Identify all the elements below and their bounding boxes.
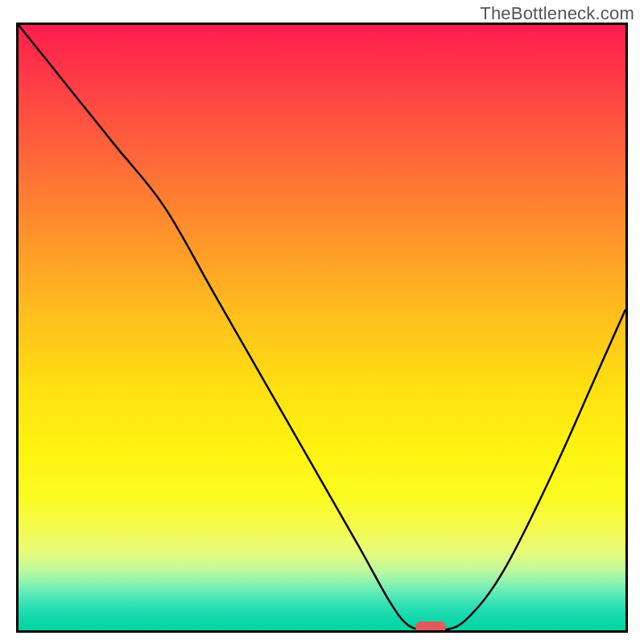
curve-svg (19, 25, 625, 630)
chart-container: TheBottleneck.com (0, 0, 644, 644)
bottleneck-curve-path (19, 25, 625, 630)
watermark-text: TheBottleneck.com (480, 3, 634, 24)
optimum-marker (415, 621, 446, 633)
plot-frame (16, 23, 628, 633)
